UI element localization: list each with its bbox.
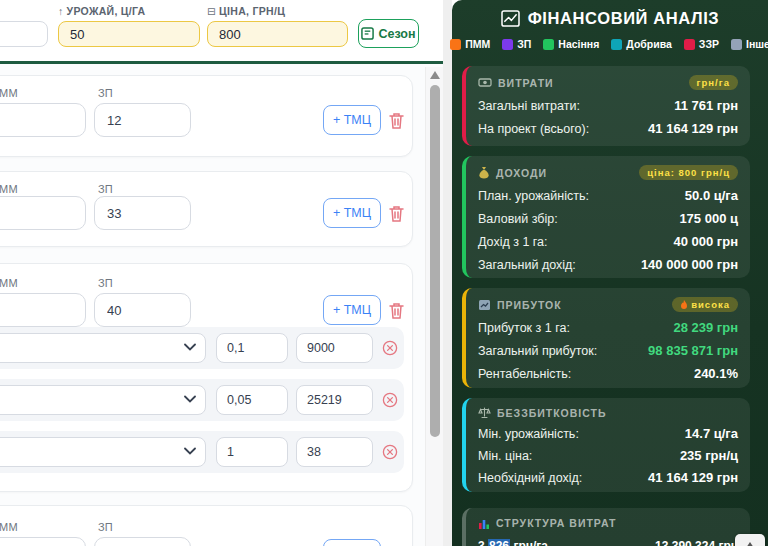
- breakeven-title: БЕЗЗБИТКОВІСТЬ: [497, 407, 607, 419]
- add-tmc-button[interactable]: + ТМЦ: [323, 539, 381, 546]
- metric-row: Загальний прибуток:98 835 871 грн: [478, 343, 738, 358]
- tmc-price-input[interactable]: [296, 437, 373, 467]
- season-board-icon: [361, 27, 374, 40]
- line-chart-icon: [501, 10, 520, 27]
- arrow-up-icon: [744, 542, 756, 546]
- legend-swatch: [731, 39, 742, 50]
- add-tmc-button[interactable]: + ТМЦ: [323, 198, 381, 228]
- tmc-material-select[interactable]: [0, 437, 206, 467]
- app-window: ↑УРОЖАЙ, Ц/ГА ⊟ЦІНА, ГРН/Ц Сезон ПММ ЗП: [0, 0, 768, 546]
- pane-divider: [443, 0, 452, 546]
- legend-item: ПММ: [450, 38, 490, 50]
- pmm-input[interactable]: [0, 196, 86, 230]
- pmm-input[interactable]: [0, 103, 86, 137]
- pmm-label: ПММ: [0, 183, 18, 195]
- zp-label: ЗП: [98, 277, 113, 289]
- legend-item: Інше: [731, 38, 768, 50]
- cost-structure-card: СТРУКТУРА ВИТРАТ 3 826 грн/га 13 390 324…: [462, 508, 750, 546]
- breakeven-card: БЕЗЗБИТКОВІСТЬ Мін. урожайність:14.7 ц/г…: [462, 398, 750, 492]
- tmc-item-row: [0, 379, 404, 421]
- zp-label: ЗП: [98, 183, 113, 195]
- scrollbar-thumb[interactable]: [430, 85, 440, 437]
- legend-item: Насіння: [543, 38, 599, 50]
- tmc-price-input[interactable]: [296, 385, 373, 415]
- yield-arrow-icon: ↑: [58, 5, 64, 17]
- pmm-input[interactable]: [0, 537, 86, 546]
- pmm-label: ПММ: [0, 277, 18, 289]
- panel-title: ФІНАНСОВИЙ АНАЛІЗ: [452, 9, 768, 28]
- structure-title: СТРУКТУРА ВИТРАТ: [496, 517, 616, 529]
- income-card: ДОХОДИ ціна: 800 грн/ц План. урожайність…: [462, 156, 750, 278]
- remove-tmc-icon[interactable]: [382, 444, 398, 460]
- add-tmc-button[interactable]: + ТМЦ: [323, 295, 381, 325]
- crop-name-input[interactable]: [0, 21, 48, 47]
- remove-tmc-icon[interactable]: [382, 392, 398, 408]
- yield-input[interactable]: [58, 21, 200, 47]
- price-field-label: ⊟ЦІНА, ГРН/Ц: [207, 5, 285, 17]
- zp-input[interactable]: [94, 293, 191, 327]
- pmm-label: ПММ: [0, 521, 18, 533]
- zp-label: ЗП: [98, 87, 113, 99]
- scroll-to-top-button[interactable]: [735, 534, 765, 546]
- crop-toolbar: ↑УРОЖАЙ, Ц/ГА ⊟ЦІНА, ГРН/Ц Сезон: [0, 0, 443, 64]
- zp-label: ЗП: [98, 521, 113, 533]
- season-button[interactable]: Сезон: [358, 19, 419, 48]
- fire-icon: [680, 300, 688, 310]
- legend-swatch: [611, 39, 622, 50]
- expenses-unit-badge: грн/га: [689, 75, 738, 90]
- legend-item: ЗЗР: [684, 38, 719, 50]
- remove-tmc-icon[interactable]: [382, 340, 398, 356]
- legend-swatch: [502, 39, 513, 50]
- crop-card: ПММ ЗП + ТМЦ: [0, 505, 413, 546]
- bar-chart-icon: [478, 518, 490, 529]
- expenses-money-icon: [478, 77, 492, 88]
- metric-row: Прибуток з 1 га:28 239 грн: [478, 320, 738, 335]
- vertical-scrollbar[interactable]: [425, 67, 443, 546]
- metric-row: Мін. урожайність:14.7 ц/га: [478, 426, 738, 441]
- tmc-qty-input[interactable]: [216, 385, 288, 415]
- financial-analysis-panel: ФІНАНСОВИЙ АНАЛІЗ ПММ ЗП Насіння Добрива…: [452, 0, 768, 546]
- tmc-qty-input[interactable]: [216, 437, 288, 467]
- tmc-price-input[interactable]: [296, 333, 373, 363]
- crop-cards-scroll-area: ПММ ЗП + ТМЦ ПММ ЗП + ТМЦ: [0, 67, 443, 546]
- chevron-down-icon: [184, 395, 196, 403]
- zp-input[interactable]: [94, 196, 191, 230]
- tmc-item-row: [0, 431, 404, 473]
- metric-row: На проект (всього):41 164 129 грн: [478, 121, 738, 136]
- profit-level-badge: висока: [672, 297, 738, 312]
- tmc-material-select[interactable]: [0, 385, 206, 415]
- scrollbar-up-arrow-icon[interactable]: [430, 71, 440, 79]
- zp-input[interactable]: [94, 537, 191, 546]
- price-banknote-icon: ⊟: [207, 5, 216, 17]
- crop-card: ПММ ЗП + ТМЦ: [0, 263, 413, 492]
- yield-field-label: ↑УРОЖАЙ, Ц/ГА: [58, 5, 146, 17]
- legend-item: ЗП: [502, 38, 531, 50]
- structure-row: 3 826 грн/га 13 390 324 грн: [478, 539, 738, 546]
- cost-legend: ПММ ЗП Насіння Добрива ЗЗР Інше: [452, 38, 768, 50]
- chevron-down-icon: [184, 343, 196, 351]
- zp-input[interactable]: [94, 103, 191, 137]
- money-bag-icon: [478, 166, 490, 179]
- selected-text: 826: [488, 539, 510, 546]
- income-title: ДОХОДИ: [496, 167, 547, 179]
- price-input[interactable]: [207, 21, 348, 47]
- legend-swatch: [684, 39, 695, 50]
- tmc-qty-input[interactable]: [216, 333, 288, 363]
- profit-title: ПРИБУТОК: [497, 299, 562, 311]
- profit-chart-icon: [478, 299, 491, 311]
- delete-crop-trash-icon[interactable]: [389, 205, 405, 223]
- metric-row: Дохід з 1 га:40 000 грн: [478, 234, 738, 249]
- metric-row: Мін. ціна:235 грн/ц: [478, 448, 738, 463]
- pmm-input[interactable]: [0, 293, 86, 327]
- income-price-badge: ціна: 800 грн/ц: [639, 165, 738, 180]
- metric-row: Загальний дохід:140 000 000 грн: [478, 257, 738, 272]
- crop-card: ПММ ЗП + ТМЦ: [0, 171, 413, 247]
- add-tmc-button[interactable]: + ТМЦ: [323, 105, 381, 135]
- pmm-label: ПММ: [0, 87, 18, 99]
- delete-crop-trash-icon[interactable]: [389, 302, 405, 320]
- tmc-item-row: [0, 327, 404, 369]
- legend-swatch: [450, 39, 461, 50]
- delete-crop-trash-icon[interactable]: [389, 112, 405, 130]
- tmc-material-select[interactable]: [0, 333, 206, 363]
- metric-row: Валовий збір:175 000 ц: [478, 211, 738, 226]
